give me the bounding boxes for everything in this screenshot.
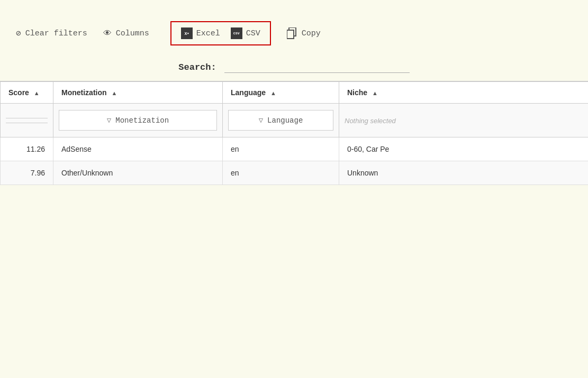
niche-cell-1: Unknown — [339, 161, 589, 185]
niche-cell-0: 0-60, Car Pe — [339, 137, 589, 161]
columns-icon: 👁 — [103, 29, 112, 39]
monetization-cell-1: Other/Unknown — [53, 161, 223, 185]
sort-arrow-language: ▲ — [270, 90, 276, 96]
language-cell-0: en — [223, 137, 339, 161]
score-filter-line-2 — [6, 123, 48, 123]
column-header-score[interactable]: Score ▲ — [1, 82, 53, 104]
score-cell-0: 11.26 — [1, 137, 53, 161]
table-header-row: Score ▲ Monetization ▲ Language ▲ Niche … — [1, 82, 589, 104]
table-row: 11.26 AdSense en 0-60, Car Pe — [1, 137, 589, 161]
copy-label: Copy — [302, 29, 321, 38]
excel-icon: x▪ — [181, 27, 193, 39]
copy-icon — [287, 27, 297, 39]
niche-filter-placeholder: Nothing selected — [345, 117, 396, 125]
filter-icon-language: ▽ — [259, 116, 263, 125]
table-row: 7.96 Other/Unknown en Unknown — [1, 161, 589, 185]
language-cell-1: en — [223, 161, 339, 185]
language-filter-label: Language — [267, 116, 303, 125]
sort-arrow-niche: ▲ — [372, 90, 378, 96]
niche-filter-cell: Nothing selected — [339, 104, 589, 137]
monetization-filter-label: Monetization — [115, 116, 169, 125]
table-wrapper: Score ▲ Monetization ▲ Language ▲ Niche … — [0, 81, 588, 185]
export-group: x▪ Excel csv CSV — [170, 21, 271, 45]
clear-filters-label: Clear filters — [25, 29, 87, 38]
score-filter-line — [6, 118, 48, 118]
column-header-niche[interactable]: Niche ▲ — [339, 82, 589, 104]
sort-arrow-monetization: ▲ — [111, 90, 117, 96]
column-header-language[interactable]: Language ▲ — [223, 82, 339, 104]
clear-filters-icon: ⊘ — [16, 28, 21, 39]
score-cell-1: 7.96 — [1, 161, 53, 185]
language-filter-button[interactable]: ▽ Language — [228, 110, 333, 131]
language-filter-cell: ▽ Language — [223, 104, 339, 137]
copy-button[interactable]: Copy — [287, 27, 321, 39]
search-section: Search: — [0, 56, 588, 81]
columns-button[interactable]: 👁 Columns — [103, 29, 149, 39]
column-header-monetization[interactable]: Monetization ▲ — [53, 82, 223, 104]
filter-icon-monetization: ▽ — [107, 116, 111, 125]
monetization-filter-button[interactable]: ▽ Monetization — [59, 110, 217, 131]
csv-button[interactable]: csv CSV — [231, 27, 260, 39]
score-filter-cell — [1, 104, 53, 137]
clear-filters-button[interactable]: ⊘ Clear filters — [16, 28, 87, 39]
toolbar: ⊘ Clear filters 👁 Columns x▪ Excel csv C… — [0, 0, 588, 56]
monetization-filter-cell: ▽ Monetization — [53, 104, 223, 137]
data-table: Score ▲ Monetization ▲ Language ▲ Niche … — [0, 81, 588, 185]
excel-label: Excel — [196, 29, 220, 38]
search-input[interactable] — [224, 61, 410, 73]
csv-icon: csv — [231, 27, 242, 39]
columns-label: Columns — [116, 29, 149, 38]
csv-label: CSV — [246, 29, 260, 38]
excel-button[interactable]: x▪ Excel — [181, 27, 220, 39]
search-label: Search: — [178, 62, 216, 72]
filter-row: ▽ Monetization ▽ Language Nothing select… — [1, 104, 589, 137]
monetization-cell-0: AdSense — [53, 137, 223, 161]
svg-rect-1 — [287, 30, 294, 39]
sort-arrow-score: ▲ — [34, 90, 40, 96]
